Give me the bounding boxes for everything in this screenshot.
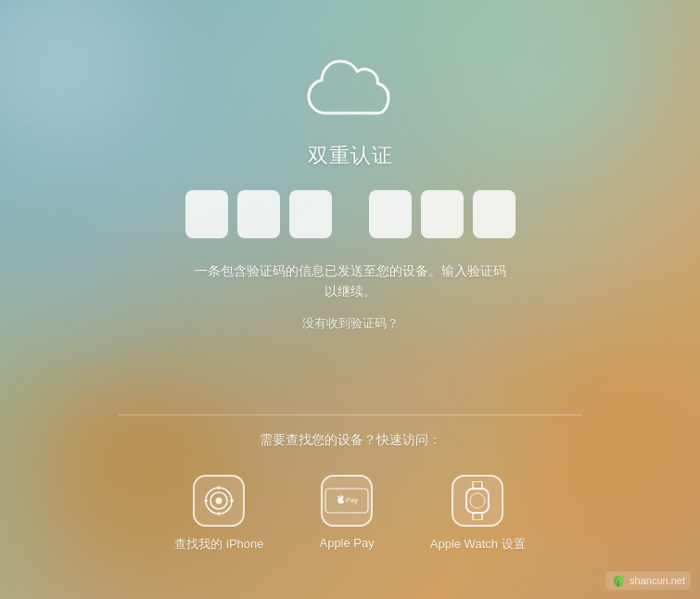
main-container: 双重认证 一条包含验证码的信息已发送至您的设备。输入验证码以继续。 没有收到验证…: [0, 0, 700, 599]
svg-point-12: [470, 493, 485, 508]
code-box-1[interactable]: [185, 190, 228, 238]
watermark-text: shancun.net: [630, 575, 685, 586]
bottom-section: 需要查找您的设备？快速访问： 查找我的 iPhone: [0, 414, 700, 599]
find-iphone-icon: [202, 484, 235, 517]
svg-rect-10: [473, 513, 482, 520]
find-iphone-label: 查找我的 iPhone: [174, 536, 263, 553]
code-box-spacer: [341, 190, 360, 238]
code-input-group: [185, 190, 515, 238]
watermark-leaf-icon: [611, 573, 626, 588]
verification-description: 一条包含验证码的信息已发送至您的设备。输入验证码以继续。: [193, 261, 508, 302]
apple-pay-icon: Pay: [325, 488, 369, 514]
page-title: 双重认证: [308, 142, 393, 170]
svg-text:Pay: Pay: [346, 496, 358, 504]
code-box-2[interactable]: [237, 190, 280, 238]
apple-watch-item[interactable]: Apple Watch 设置: [430, 475, 526, 553]
watermark: shancun.net: [605, 571, 691, 590]
apple-watch-icon: [463, 481, 492, 520]
cloud-icon: [299, 56, 401, 125]
find-iphone-item[interactable]: 查找我的 iPhone: [174, 475, 263, 553]
code-box-6[interactable]: [473, 190, 515, 238]
apple-pay-label: Apple Pay: [319, 536, 374, 550]
divider: [119, 414, 582, 415]
code-box-5[interactable]: [421, 190, 464, 238]
code-box-3[interactable]: [289, 190, 332, 238]
apple-watch-icon-wrap: [452, 475, 503, 527]
quick-access-row: 查找我的 iPhone Pay Apple Pay: [174, 475, 525, 553]
svg-point-2: [216, 498, 223, 504]
find-iphone-icon-wrap: [193, 475, 245, 527]
apple-pay-icon-wrap: Pay: [321, 475, 373, 527]
apple-pay-item[interactable]: Pay Apple Pay: [319, 475, 374, 550]
find-device-label: 需要查找您的设备？快速访问：: [260, 432, 441, 449]
code-box-4[interactable]: [369, 190, 412, 238]
no-code-link[interactable]: 没有收到验证码？: [302, 315, 399, 332]
svg-rect-9: [473, 481, 482, 489]
apple-watch-label: Apple Watch 设置: [430, 536, 526, 553]
